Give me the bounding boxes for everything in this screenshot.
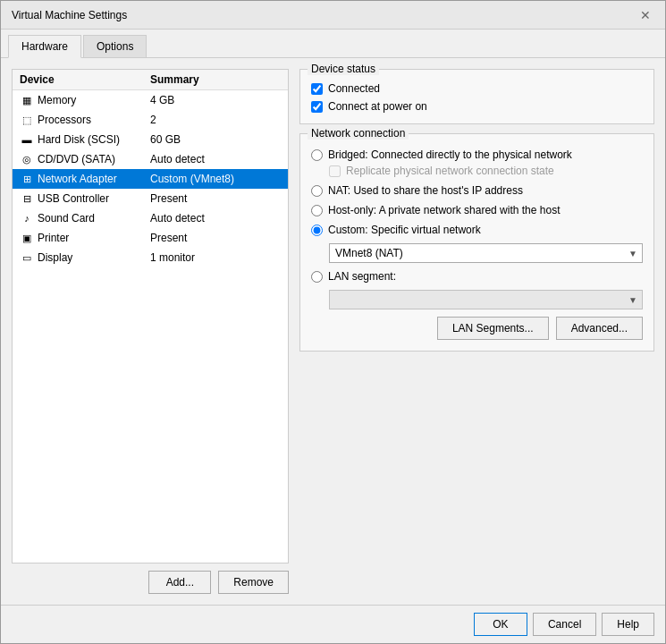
network-action-buttons: LAN Segments... Advanced...	[311, 317, 643, 340]
header-summary: Summary	[150, 73, 281, 86]
device-summary-sound-card: Auto detect	[150, 212, 281, 225]
network-connection-title: Network connection	[308, 127, 409, 140]
lan-segment-label: LAN segment:	[328, 270, 396, 283]
device-summary-memory: 4 GB	[150, 94, 281, 106]
cancel-button[interactable]: Cancel	[533, 613, 596, 636]
lan-segment-radio-row: LAN segment:	[311, 270, 643, 283]
header-device: Device	[20, 73, 150, 86]
advanced-button[interactable]: Advanced...	[556, 317, 643, 340]
window-title: Virtual Machine Settings	[12, 9, 127, 21]
custom-dropdown-row: VMnet0 (Auto-bridging) VMnet1 (Host-only…	[329, 243, 643, 263]
connect-power-label: Connect at power on	[328, 100, 427, 113]
right-panel: Device status Connected Connect at power…	[299, 69, 654, 594]
usb-icon	[20, 191, 34, 206]
sound-icon	[20, 211, 34, 225]
device-summary-printer: Present	[150, 232, 281, 244]
device-summary-processors: 2	[150, 114, 281, 126]
device-row-display[interactable]: Display 1 monitor	[13, 248, 288, 267]
display-icon	[20, 250, 34, 265]
main-content: Device Summary Memory 4 GB Processors	[1, 58, 665, 605]
connected-checkbox[interactable]	[311, 83, 323, 95]
host-only-radio[interactable]	[311, 205, 323, 216]
lan-dropdown-wrapper	[329, 290, 643, 309]
replicate-row: Replicate physical network connection st…	[329, 165, 643, 177]
help-button[interactable]: Help	[602, 613, 654, 636]
tab-hardware[interactable]: Hardware	[8, 35, 81, 58]
device-name-cd-dvd: CD/DVD (SATA)	[38, 153, 115, 165]
host-only-label: Host-only: A private network shared with…	[328, 204, 560, 216]
device-name-display: Display	[38, 251, 72, 264]
device-summary-display: 1 monitor	[150, 251, 281, 264]
left-panel-buttons: Add... Remove	[12, 571, 289, 594]
printer-icon	[20, 231, 34, 245]
lan-dropdown-row	[329, 290, 643, 309]
device-row-memory[interactable]: Memory 4 GB	[13, 90, 288, 110]
device-row-hard-disk[interactable]: Hard Disk (SCSI) 60 GB	[13, 130, 288, 149]
device-name-memory: Memory	[38, 94, 76, 106]
lan-segment-dropdown[interactable]	[329, 290, 643, 309]
network-icon	[20, 172, 34, 186]
remove-button[interactable]: Remove	[218, 571, 289, 594]
device-name-sound-card: Sound Card	[38, 212, 95, 225]
device-list-header: Device Summary	[13, 70, 288, 90]
replicate-checkbox[interactable]	[329, 165, 341, 177]
footer: OK Cancel Help	[1, 605, 665, 643]
device-row-usb-controller[interactable]: USB Controller Present	[13, 189, 288, 208]
network-connection-group: Network connection Bridged: Connected di…	[299, 133, 654, 352]
device-name-printer: Printer	[38, 232, 69, 244]
disk-icon	[20, 132, 34, 147]
bridged-radio-row: Bridged: Connected directly to the physi…	[311, 148, 643, 161]
host-only-radio-row: Host-only: A private network shared with…	[311, 204, 643, 216]
device-row-sound-card[interactable]: Sound Card Auto detect	[13, 208, 288, 228]
nat-radio-row: NAT: Used to share the host's IP address	[311, 184, 643, 197]
device-name-processors: Processors	[38, 114, 91, 126]
device-summary-usb-controller: Present	[150, 192, 281, 205]
device-row-processors[interactable]: Processors 2	[13, 110, 288, 130]
close-button[interactable]: ✕	[636, 6, 654, 24]
lan-segment-radio[interactable]	[311, 271, 323, 283]
lan-segments-button[interactable]: LAN Segments...	[437, 317, 549, 340]
custom-radio[interactable]	[311, 225, 323, 236]
virtual-machine-settings-window: Virtual Machine Settings ✕ Hardware Opti…	[0, 0, 666, 644]
tab-options[interactable]: Options	[83, 35, 147, 57]
device-summary-hard-disk: 60 GB	[150, 133, 281, 146]
bridged-radio[interactable]	[311, 149, 323, 161]
cd-icon	[20, 152, 34, 166]
custom-label: Custom: Specific virtual network	[328, 224, 481, 236]
nat-radio[interactable]	[311, 185, 323, 197]
title-bar: Virtual Machine Settings ✕	[1, 1, 665, 30]
bridged-label: Bridged: Connected directly to the physi…	[328, 148, 572, 161]
custom-network-dropdown[interactable]: VMnet0 (Auto-bridging) VMnet1 (Host-only…	[329, 243, 643, 263]
custom-dropdown-wrapper: VMnet0 (Auto-bridging) VMnet1 (Host-only…	[329, 243, 643, 263]
add-button[interactable]: Add...	[148, 571, 211, 594]
device-name-network-adapter: Network Adapter	[38, 173, 117, 185]
connected-label: Connected	[328, 82, 380, 95]
custom-radio-row: Custom: Specific virtual network	[311, 224, 643, 236]
device-row-printer[interactable]: Printer Present	[13, 228, 288, 248]
ok-button[interactable]: OK	[474, 613, 527, 636]
replicate-label: Replicate physical network connection st…	[346, 165, 554, 177]
device-summary-network-adapter: Custom (VMnet8)	[150, 173, 281, 185]
connect-power-checkbox[interactable]	[311, 101, 323, 113]
cpu-icon	[20, 113, 34, 127]
nat-label: NAT: Used to share the host's IP address	[328, 184, 523, 197]
left-panel: Device Summary Memory 4 GB Processors	[12, 69, 289, 594]
device-row-network-adapter[interactable]: Network Adapter Custom (VMnet8)	[13, 169, 288, 189]
device-status-title: Device status	[308, 63, 379, 75]
device-list: Device Summary Memory 4 GB Processors	[12, 69, 289, 564]
connected-row: Connected	[311, 82, 643, 95]
memory-icon	[20, 93, 34, 107]
tabs-bar: Hardware Options	[1, 30, 665, 58]
device-name-usb-controller: USB Controller	[38, 192, 109, 205]
device-status-group: Device status Connected Connect at power…	[299, 69, 654, 124]
device-name-hard-disk: Hard Disk (SCSI)	[38, 133, 120, 146]
device-summary-cd-dvd: Auto detect	[150, 153, 281, 165]
device-row-cd-dvd[interactable]: CD/DVD (SATA) Auto detect	[13, 149, 288, 169]
connect-power-row: Connect at power on	[311, 100, 643, 113]
